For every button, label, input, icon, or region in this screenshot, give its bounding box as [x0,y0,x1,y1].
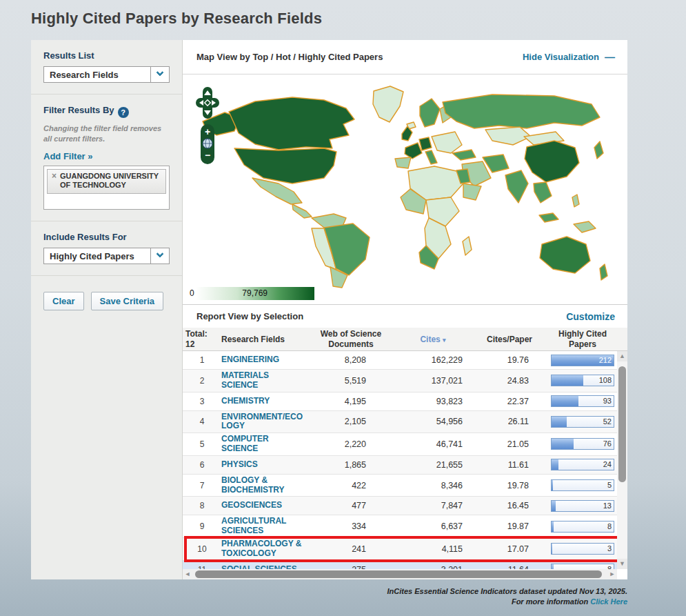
world-map[interactable] [185,81,620,288]
map-region-indonesia[interactable] [539,213,558,222]
map-region-central-america[interactable] [292,204,312,218]
map-region-new-zealand[interactable] [600,264,607,280]
scroll-left-icon[interactable]: ◄ [183,569,192,579]
hcp-bar-cell: 212 [548,355,617,366]
column-header-highly-cited-papers[interactable]: Highly Cited Papers [548,329,617,349]
zoom-out-icon[interactable]: − [205,150,210,161]
map-view-title: Map View by Top / Hot / Highly Cited Pap… [196,52,383,62]
hcp-bar-cell: 24 [548,459,617,470]
clear-button[interactable]: Clear [43,292,84,310]
table-row[interactable]: 5 COMPUTER SCIENCE 2,220 46,741 21.05 76 [183,433,617,456]
research-field-link[interactable]: AGRICULTURAL SCIENCES [221,517,307,536]
table-row[interactable]: 4 ENVIRONMENT/ECOLOGY 2,105 54,956 26.11… [183,411,617,434]
table-row[interactable]: 2 MATERIALS SCIENCE 5,519 137,021 24.83 … [183,370,617,393]
table-row[interactable]: 3 CHEMISTRY 4,195 93,823 22.37 93 [183,393,617,411]
zoom-in-icon[interactable]: + [205,126,210,137]
cites-value: 54,956 [395,417,471,426]
customize-link[interactable]: Customize [566,311,615,322]
map-region-philippines[interactable] [572,195,579,207]
map-region-madagascar[interactable] [463,237,472,255]
vertical-scrollbar[interactable]: ▲ ▼ [617,351,627,569]
column-header-wos-documents[interactable]: Web of Science Documents [307,329,395,349]
research-field-link[interactable]: BIOLOGY & BIOCHEMISTRY [221,476,307,495]
include-results-dropdown-button[interactable] [150,248,169,264]
map-region-greenland[interactable] [373,86,403,122]
map-region-papua[interactable] [574,221,596,232]
wos-documents-value: 2,220 [307,439,395,449]
legend-min-value: 0 [190,288,194,298]
remove-filter-icon[interactable]: × [52,172,57,191]
map-region-russia[interactable] [443,95,600,128]
hcp-bar-cell: 3 [548,543,617,555]
cites-value: 4,115 [395,544,471,554]
map-region-india[interactable] [505,170,528,203]
research-field-link[interactable]: MATERIALS SCIENCE [221,371,307,390]
click-here-link[interactable]: Click Here [590,597,627,606]
horizontal-scrollbar[interactable]: ◄ ► [183,569,617,579]
save-criteria-button[interactable]: Save Criteria [91,292,164,310]
include-results-dropdown[interactable]: Highly Cited Papers [43,248,170,264]
table-row[interactable]: 10 PHARMACOLOGY & TOXICOLOGY 241 4,115 1… [183,538,617,561]
hcp-bar: 108 [551,375,614,386]
results-list-dropdown[interactable]: Research Fields [43,66,170,83]
research-field-link[interactable]: GEOSCIENCES [221,501,307,510]
research-field-link[interactable]: PHYSICS [221,460,307,470]
research-field-link[interactable]: CHEMISTRY [221,397,307,406]
actions-section: Clear Save Criteria [31,276,182,321]
map-region-italy[interactable] [425,150,437,164]
map-region-china[interactable] [525,141,579,182]
results-list-dropdown-button[interactable] [150,67,169,82]
column-header-research-fields[interactable]: Research Fields [221,335,307,344]
map-region-indochina[interactable] [534,182,552,203]
hide-visualization-link[interactable]: Hide Visualization — [523,51,615,63]
table-row[interactable]: 6 PHYSICS 1,865 21,655 11.61 24 [183,456,617,475]
research-field-link[interactable]: ENVIRONMENT/ECOLOGY [221,413,307,432]
row-rank: 7 [183,481,221,490]
map-region-eastern-europe[interactable] [432,132,462,153]
cites-value: 21,655 [395,460,471,470]
scroll-right-icon[interactable]: ► [607,569,617,579]
table-row[interactable]: 9 AGRICULTURAL SCIENCES 334 6,637 19.87 … [183,515,617,538]
column-header-cites-per-paper[interactable]: Cites/Paper [471,335,548,344]
vertical-scroll-thumb[interactable] [618,366,626,482]
map-area: + − 0 79,769 [183,74,627,304]
filter-heading: Filter Results By? [43,105,170,118]
map-region-usa[interactable] [234,148,336,183]
map-region-germany[interactable] [419,137,432,150]
filter-tag-label: GUANGDONG UNIVERSITY OF TECHNOLOGY [60,172,161,191]
research-field-link[interactable]: ENGINEERING [221,355,307,365]
row-rank: 3 [183,397,221,406]
hcp-bar: 5 [551,479,614,491]
column-header-cites-sorted[interactable]: Cites ▾ [395,335,471,344]
map-region-turkey[interactable] [452,150,476,160]
map-region-france[interactable] [405,143,422,159]
map-region-australia[interactable] [540,237,590,273]
research-field-link[interactable]: PHARMACOLOGY & TOXICOLOGY [221,539,307,559]
scroll-up-icon[interactable]: ▲ [617,351,627,361]
filter-note: Changing the filter field removes all cu… [43,123,170,144]
map-region-central-asia[interactable] [485,127,531,145]
scroll-down-icon[interactable]: ▼ [617,559,627,569]
map-controls[interactable]: + − [194,86,221,167]
map-region-japan[interactable] [594,141,603,159]
map-legend: 0 79,769 [190,286,314,300]
horizontal-scroll-thumb[interactable] [195,570,602,578]
help-icon[interactable]: ? [118,107,129,118]
map-region-iberia[interactable] [395,157,411,168]
table-row[interactable]: 11 SOCIAL SCIENCES, 275 3,201 11.64 8 [183,561,617,569]
row-rank: 6 [183,460,221,470]
table-row[interactable]: 1 ENGINEERING 8,208 162,229 19.76 212 [183,351,617,370]
map-region-scandinavia[interactable] [420,99,440,127]
hcp-bar-value: 212 [599,356,612,364]
table-row[interactable]: 7 BIOLOGY & BIOCHEMISTRY 422 8,346 19.78… [183,475,617,497]
map-region-horn-africa[interactable] [463,183,481,200]
wos-documents-value: 8,208 [307,355,395,365]
research-field-link[interactable]: COMPUTER SCIENCE [221,435,307,454]
cites-value: 93,823 [395,397,471,406]
table-row[interactable]: 8 GEOSCIENCES 477 7,847 16.45 13 [183,497,617,515]
hcp-bar: 52 [551,416,614,428]
map-region-canada[interactable] [229,97,354,150]
add-filter-link[interactable]: Add Filter » [43,151,93,161]
wos-documents-value: 334 [307,521,395,531]
hcp-bar: 93 [551,395,614,407]
